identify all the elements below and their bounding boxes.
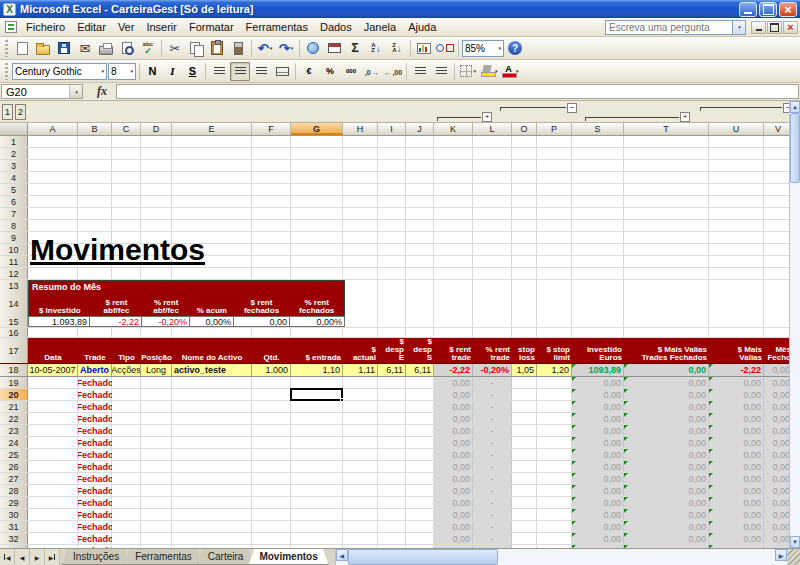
cell-D21[interactable] bbox=[141, 401, 172, 412]
cell-E23[interactable] bbox=[172, 425, 252, 436]
cell-H21[interactable] bbox=[343, 401, 378, 412]
percent-style-button[interactable]: % bbox=[320, 62, 340, 81]
cell-T31[interactable]: 0,00 bbox=[624, 521, 709, 532]
row-header-32[interactable]: 32 bbox=[0, 533, 28, 544]
cell-S23[interactable]: 0,00 bbox=[572, 425, 624, 436]
cell-E25[interactable] bbox=[172, 449, 252, 460]
align-center-button[interactable] bbox=[230, 62, 250, 81]
cell-C23[interactable] bbox=[112, 425, 141, 436]
cell-J30[interactable] bbox=[406, 509, 434, 520]
cell-L33[interactable]: - bbox=[473, 545, 512, 548]
cell-C27[interactable] bbox=[112, 473, 141, 484]
cell-A21[interactable] bbox=[28, 401, 78, 412]
chevron-down-icon[interactable] bbox=[498, 45, 501, 51]
cell-V33[interactable]: 0,00 bbox=[764, 545, 789, 548]
bold-button[interactable]: N bbox=[143, 62, 162, 81]
cell-V30[interactable]: 0,00 bbox=[764, 509, 789, 520]
cell-F31[interactable] bbox=[252, 521, 291, 532]
cell-B21[interactable]: Fechado bbox=[78, 401, 112, 412]
column-header-B[interactable]: B bbox=[78, 123, 112, 135]
cell-O33[interactable] bbox=[512, 545, 537, 548]
cell-S28[interactable]: 0,00 bbox=[572, 485, 624, 496]
outline-expand-button[interactable] bbox=[680, 112, 690, 122]
cell-P23[interactable] bbox=[537, 425, 572, 436]
cell-P33[interactable] bbox=[537, 545, 572, 548]
cell-G19[interactable] bbox=[291, 377, 343, 388]
cell-C26[interactable] bbox=[112, 461, 141, 472]
undo-button[interactable] bbox=[255, 39, 275, 58]
outline-collapse-button[interactable] bbox=[567, 103, 577, 113]
cell-I26[interactable] bbox=[378, 461, 406, 472]
cell-O30[interactable] bbox=[512, 509, 537, 520]
open-button[interactable] bbox=[33, 39, 53, 58]
toolbar-grip[interactable] bbox=[5, 40, 8, 57]
menu-ajuda[interactable]: Ajuda bbox=[402, 19, 442, 35]
print-button[interactable] bbox=[96, 39, 116, 58]
menu-ferramentas[interactable]: Ferramentas bbox=[240, 19, 314, 35]
cell-F18[interactable]: 1.000 bbox=[252, 364, 291, 376]
cell-S27[interactable]: 0,00 bbox=[572, 473, 624, 484]
cell-O25[interactable] bbox=[512, 449, 537, 460]
cell-K33[interactable]: 0,00 bbox=[434, 545, 473, 548]
cell-H33[interactable] bbox=[343, 545, 378, 548]
cell-D24[interactable] bbox=[141, 437, 172, 448]
cell-F33[interactable] bbox=[252, 545, 291, 548]
cell-F29[interactable] bbox=[252, 497, 291, 508]
cell-P32[interactable] bbox=[537, 533, 572, 544]
cell-E24[interactable] bbox=[172, 437, 252, 448]
cell-O18[interactable]: 1,05 bbox=[512, 364, 537, 376]
cell-H24[interactable] bbox=[343, 437, 378, 448]
row-header-15[interactable]: 15 bbox=[0, 316, 28, 327]
close-button[interactable] bbox=[779, 2, 797, 17]
cell-J19[interactable] bbox=[406, 377, 434, 388]
workbook-minimize-button[interactable] bbox=[751, 21, 766, 34]
previous-sheet-button[interactable] bbox=[15, 549, 30, 565]
cell-A18[interactable]: 10-05-2007 bbox=[28, 364, 78, 376]
cell-F30[interactable] bbox=[252, 509, 291, 520]
cell-E20[interactable] bbox=[172, 389, 252, 400]
cell-D27[interactable] bbox=[141, 473, 172, 484]
v-scroll-track[interactable] bbox=[790, 183, 800, 536]
cell-E21[interactable] bbox=[172, 401, 252, 412]
cell-V19[interactable]: 0,00 bbox=[764, 377, 789, 388]
outline-expand-button[interactable] bbox=[482, 112, 492, 122]
cell-J29[interactable] bbox=[406, 497, 434, 508]
cell-T29[interactable]: 0,00 bbox=[624, 497, 709, 508]
tab-carteira[interactable]: Carteira bbox=[197, 549, 255, 565]
chevron-down-icon[interactable] bbox=[101, 68, 104, 74]
cell-V22[interactable]: 0,00 bbox=[764, 413, 789, 424]
cell-H20[interactable] bbox=[343, 389, 378, 400]
outline-level-2-button[interactable]: 2 bbox=[15, 104, 26, 120]
cell-U24[interactable]: 0,00 bbox=[709, 437, 764, 448]
cell-G28[interactable] bbox=[291, 485, 343, 496]
cell-T28[interactable]: 0,00 bbox=[624, 485, 709, 496]
cell-S30[interactable]: 0,00 bbox=[572, 509, 624, 520]
cell-T27[interactable]: 0,00 bbox=[624, 473, 709, 484]
table-header-L[interactable]: % rent trade bbox=[473, 338, 512, 363]
cell-K27[interactable]: 0,00 bbox=[434, 473, 473, 484]
cell-K23[interactable]: 0,00 bbox=[434, 425, 473, 436]
merge-center-button[interactable] bbox=[272, 62, 292, 81]
cell-J24[interactable] bbox=[406, 437, 434, 448]
row-header-1[interactable]: 1 bbox=[0, 136, 28, 147]
cell-U23[interactable]: 0,00 bbox=[709, 425, 764, 436]
cell-D30[interactable] bbox=[141, 509, 172, 520]
cell-G23[interactable] bbox=[291, 425, 343, 436]
cell-P21[interactable] bbox=[537, 401, 572, 412]
italic-button[interactable]: I bbox=[163, 62, 182, 81]
drawing-button[interactable] bbox=[435, 39, 455, 58]
cell-H30[interactable] bbox=[343, 509, 378, 520]
formula-input[interactable] bbox=[116, 84, 799, 99]
cell-G31[interactable] bbox=[291, 521, 343, 532]
toolbar-grip[interactable] bbox=[5, 63, 8, 80]
cell-A26[interactable] bbox=[28, 461, 78, 472]
row-header-2[interactable]: 2 bbox=[0, 148, 28, 159]
cell-B25[interactable]: Fechado bbox=[78, 449, 112, 460]
cell-L22[interactable]: - bbox=[473, 413, 512, 424]
menu-janela[interactable]: Janela bbox=[358, 19, 402, 35]
cell-B26[interactable]: Fechado bbox=[78, 461, 112, 472]
cell-A29[interactable] bbox=[28, 497, 78, 508]
chevron-down-icon[interactable] bbox=[270, 45, 273, 51]
maximize-button[interactable] bbox=[759, 2, 777, 17]
tab-movimentos[interactable]: Movimentos bbox=[248, 549, 328, 565]
